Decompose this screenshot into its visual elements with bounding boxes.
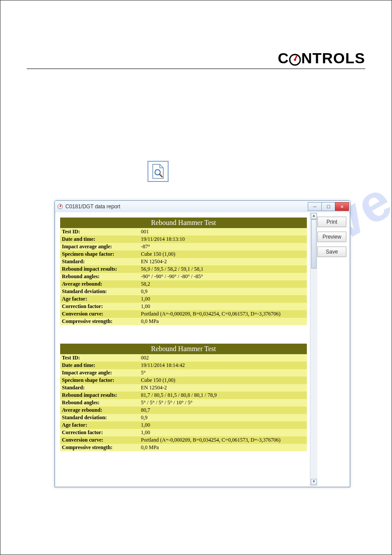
scroll-thumb[interactable] — [311, 219, 316, 268]
report-row: Conversion curve:Portland (A=-0,000209, … — [60, 310, 307, 318]
print-button[interactable]: Print — [317, 217, 346, 227]
report-row: Compressive strength:0,0 MPa — [60, 444, 307, 451]
row-value: 56,9 / 59,5 / 58,2 / 59,1 / 58,1 — [139, 265, 307, 273]
row-label: Impact average angle: — [60, 243, 139, 250]
report-row: Compressive strength:0,0 MPa — [60, 318, 307, 325]
row-label: Standard deviation: — [60, 414, 139, 421]
row-label: Average rebound: — [60, 406, 139, 414]
row-label: Standard: — [60, 258, 139, 265]
row-label: Test ID: — [60, 228, 139, 236]
report-row: Date and time:19/11/2014 18:14:42 — [60, 362, 307, 369]
row-label: Conversion curve: — [60, 436, 139, 444]
report-row: Average rebound:58,2 — [60, 280, 307, 288]
report-row: Standard:EN 12504-2 — [60, 384, 307, 392]
report-row: Conversion curve:Portland (A=-0,000209, … — [60, 436, 307, 444]
row-label: Conversion curve: — [60, 310, 139, 318]
report-row: Specimen shape factor:Cube 150 (1,00) — [60, 377, 307, 384]
maximize-button[interactable]: ☐ — [321, 202, 335, 211]
report-row: Test ID:001 — [60, 228, 307, 236]
row-value: 001 — [139, 228, 307, 236]
row-label: Date and time: — [60, 236, 139, 243]
report-window: C0181/DGT data report ─ ☐ ✕ Rebound Hamm… — [54, 200, 350, 487]
row-value: Cube 150 (1,00) — [139, 377, 307, 384]
row-value: 1,00 — [139, 421, 307, 429]
row-label: Standard: — [60, 384, 139, 392]
row-value: 0,0 MPa — [139, 318, 307, 325]
row-label: Rebound angles: — [60, 399, 139, 406]
gauge-icon — [289, 54, 301, 66]
report-row: Rebound impact results:56,9 / 59,5 / 58,… — [60, 265, 307, 273]
header-divider — [27, 69, 365, 69]
report-row: Impact average angle:5° — [60, 369, 307, 377]
row-label: Correction factor: — [60, 429, 139, 436]
minimize-button[interactable]: ─ — [308, 202, 322, 211]
preview-button[interactable]: Preview — [317, 232, 346, 242]
row-value: 19/11/2014 18:14:42 — [139, 362, 307, 369]
row-value: 002 — [139, 354, 307, 362]
row-label: Age factor: — [60, 421, 139, 429]
report-heading: Rebound Hammer Test — [60, 344, 307, 354]
vertical-scrollbar[interactable]: ▲ ▼ — [310, 212, 317, 486]
row-value: 58,2 — [139, 280, 307, 288]
row-value: 1,00 — [139, 429, 307, 436]
report-heading: Rebound Hammer Test — [60, 218, 307, 228]
save-button[interactable]: Save — [317, 247, 346, 257]
report-row: Age factor:1,00 — [60, 421, 307, 429]
row-value: Portland (A=-0,000209, B=0,034254, C=0,0… — [139, 436, 307, 444]
row-label: Test ID: — [60, 354, 139, 362]
row-value: 0,0 MPa — [139, 444, 307, 451]
row-label: Age factor: — [60, 295, 139, 303]
scroll-down-arrow[interactable]: ▼ — [311, 479, 317, 485]
row-label: Specimen shape factor: — [60, 250, 139, 258]
report-row: Rebound angles:5° / 5° / 5° / 5° / 10° /… — [60, 399, 307, 406]
row-label: Correction factor: — [60, 303, 139, 310]
report-row: Standard:EN 12504-2 — [60, 258, 307, 265]
report-row: Age factor:1,00 — [60, 295, 307, 303]
row-value: Portland (A=-0,000209, B=0,034254, C=0,0… — [139, 310, 307, 318]
row-value: 5° / 5° / 5° / 5° / 10° / 5° — [139, 399, 307, 406]
row-label: Rebound impact results: — [60, 392, 139, 399]
brand-left: C — [278, 50, 289, 66]
report-block: Rebound Hammer TestTest ID:001Date and t… — [60, 218, 307, 325]
report-row: Standard deviation:0,9 — [60, 414, 307, 421]
app-icon — [58, 204, 63, 209]
report-row: Correction factor:1,00 — [60, 303, 307, 310]
report-row: Average rebound:80,7 — [60, 406, 307, 414]
side-panel: Print Preview Save — [317, 212, 349, 486]
report-row: Impact average angle:-87° — [60, 243, 307, 250]
row-label: Compressive strength: — [60, 444, 139, 451]
row-value: 80,7 — [139, 406, 307, 414]
row-value: 0,9 — [139, 414, 307, 421]
report-row: Rebound impact results:81,7 / 80,5 / 81,… — [60, 392, 307, 399]
scroll-up-arrow[interactable]: ▲ — [311, 213, 317, 219]
row-label: Rebound impact results: — [60, 265, 139, 273]
brand-right: NTROLS — [301, 50, 365, 66]
row-label: Average rebound: — [60, 280, 139, 288]
report-row: Date and time:19/11/2014 18:13:10 — [60, 236, 307, 243]
row-label: Impact average angle: — [60, 369, 139, 377]
row-value: EN 12504-2 — [139, 258, 307, 265]
scroll-track[interactable] — [311, 219, 317, 479]
row-label: Compressive strength: — [60, 318, 139, 325]
row-value: EN 12504-2 — [139, 384, 307, 392]
row-value: -90° / -90° / -90° / -80° / -85° — [139, 273, 307, 280]
report-block: Rebound Hammer TestTest ID:002Date and t… — [60, 344, 307, 451]
row-value: 81,7 / 80,5 / 81,5 / 80,8 / 80,1 / 78,9 — [139, 392, 307, 399]
row-value: -87° — [139, 243, 307, 250]
row-label: Rebound angles: — [60, 273, 139, 280]
row-value: Cube 150 (1,00) — [139, 250, 307, 258]
row-value: 0,9 — [139, 288, 307, 295]
row-value: 1,00 — [139, 295, 307, 303]
row-label: Specimen shape factor: — [60, 377, 139, 384]
close-button[interactable]: ✕ — [335, 202, 349, 211]
report-row: Standard deviation:0,9 — [60, 288, 307, 295]
row-label: Standard deviation: — [60, 288, 139, 295]
row-value: 1,00 — [139, 303, 307, 310]
preview-document-icon — [147, 161, 169, 182]
titlebar[interactable]: C0181/DGT data report ─ ☐ ✕ — [55, 201, 350, 213]
report-row: Specimen shape factor:Cube 150 (1,00) — [60, 250, 307, 258]
report-row: Correction factor:1,00 — [60, 429, 307, 436]
report-row: Test ID:002 — [60, 354, 307, 362]
row-label: Date and time: — [60, 362, 139, 369]
row-value: 5° — [139, 369, 307, 377]
